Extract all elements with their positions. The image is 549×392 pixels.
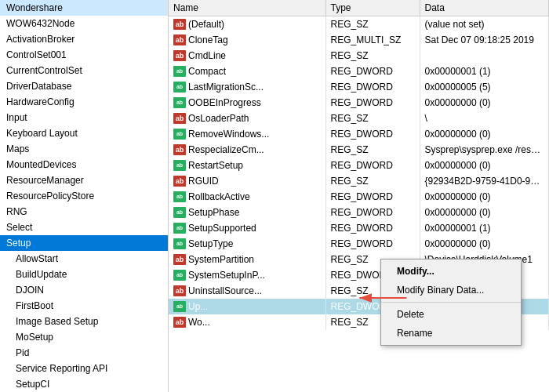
cell-name: abUp... <box>169 299 325 314</box>
table-row[interactable]: abLastMigrationSc... REG_DWORD 0x0000000… <box>169 79 549 95</box>
cell-name: ab(Default) <box>169 16 325 33</box>
cell-data: \ <box>420 111 549 126</box>
tree-item[interactable]: SetupCI <box>0 376 168 392</box>
tree-item[interactable]: FirstBoot <box>0 298 168 314</box>
table-row[interactable]: abRespecializeCm... REG_SZ Sysprep\syspr… <box>169 142 549 158</box>
dword-icon: ab <box>173 97 186 108</box>
table-row[interactable]: abOsLoaderPath REG_SZ \ <box>169 111 549 126</box>
cell-data: 0x00000000 (0) <box>420 236 549 252</box>
tree-item[interactable]: Setup <box>0 235 168 251</box>
cell-data: {92934B2D-9759-41D0-96AD-3EDC4C410146 <box>420 173 549 189</box>
context-menu-item[interactable]: Rename <box>381 324 521 343</box>
table-row[interactable]: abRemoveWindows... REG_DWORD 0x00000000 … <box>169 126 549 142</box>
cell-data: 0x00000001 (1) <box>420 220 549 236</box>
cell-type: REG_DWORD <box>325 79 420 95</box>
tree-item[interactable]: Image Based Setup <box>0 314 168 329</box>
tree-item[interactable]: BuildUpdate <box>0 267 168 282</box>
table-row[interactable]: abRollbackActive REG_DWORD 0x00000000 (0… <box>169 189 549 205</box>
table-row[interactable]: abSetupSupported REG_DWORD 0x00000001 (1… <box>169 220 549 236</box>
tree-item[interactable]: ControlSet001 <box>0 47 168 63</box>
dword-icon: ab <box>173 270 186 281</box>
dword-icon: ab <box>173 129 186 140</box>
tree-item[interactable]: DriverDatabase <box>0 78 168 94</box>
tree-item[interactable]: Select <box>0 220 168 235</box>
ab-icon: ab <box>173 317 186 328</box>
cell-name: abRemoveWindows... <box>169 126 325 142</box>
table-row[interactable]: abSetupType REG_DWORD 0x00000000 (0) <box>169 236 549 252</box>
cell-name: abRollbackActive <box>169 189 325 205</box>
dword-icon: ab <box>173 191 186 202</box>
dword-icon: ab <box>173 301 186 312</box>
cell-name: abRestartSetup <box>169 158 325 173</box>
cell-type: REG_SZ <box>325 173 420 189</box>
table-row[interactable]: abOOBEInProgress REG_DWORD 0x00000000 (0… <box>169 95 549 111</box>
table-row[interactable]: abRestartSetup REG_DWORD 0x00000000 (0) <box>169 158 549 173</box>
tree-item[interactable]: Wondershare <box>0 0 168 16</box>
ab-icon: ab <box>173 113 186 124</box>
tree-item[interactable]: RNG <box>0 204 168 220</box>
context-menu-item[interactable]: Modify Binary Data... <box>381 281 521 299</box>
cell-name: abRGUID <box>169 173 325 189</box>
cell-data: (value not set) <box>420 16 549 33</box>
dword-icon: ab <box>173 82 186 93</box>
tree-item[interactable]: HardwareConfig <box>0 94 168 110</box>
cell-data <box>420 48 549 64</box>
cell-type: REG_DWORD <box>325 126 420 142</box>
context-menu-separator <box>381 302 521 303</box>
cell-name: abCloneTag <box>169 32 325 48</box>
tree-item[interactable]: CurrentControlSet <box>0 63 168 78</box>
cell-name: abSetupSupported <box>169 220 325 236</box>
context-menu-item[interactable]: Delete <box>381 305 521 324</box>
table-row[interactable]: abCompact REG_DWORD 0x00000001 (1) <box>169 64 549 79</box>
cell-type: REG_DWORD <box>325 205 420 220</box>
cell-type: REG_DWORD <box>325 158 420 173</box>
cell-data: 0x00000005 (5) <box>420 79 549 95</box>
dword-icon: ab <box>173 160 186 171</box>
cell-type: REG_SZ <box>325 48 420 64</box>
tree-item[interactable]: Maps <box>0 141 168 157</box>
ab-icon: ab <box>173 34 186 45</box>
tree-item[interactable]: MountedDevices <box>0 157 168 172</box>
registry-tree[interactable]: WondershareWOW6432NodeActivationBrokerCo… <box>0 0 169 392</box>
tree-item[interactable]: DJOIN <box>0 282 168 298</box>
context-menu: Modify...Modify Binary Data...DeleteRena… <box>380 259 522 346</box>
tree-item[interactable]: ActivationBroker <box>0 31 168 47</box>
table-row[interactable]: ab(Default) REG_SZ (value not set) <box>169 16 549 33</box>
tree-item[interactable]: WOW6432Node <box>0 16 168 31</box>
cell-data: 0x00000001 (1) <box>420 64 549 79</box>
context-menu-item[interactable]: Modify... <box>381 262 521 281</box>
ab-icon: ab <box>173 19 186 30</box>
registry-values-panel: Name Type Data ab(Default) REG_SZ (value… <box>169 0 549 392</box>
cell-type: REG_SZ <box>325 16 420 33</box>
col-header-data: Data <box>420 0 549 16</box>
table-row[interactable]: abRGUID REG_SZ {92934B2D-9759-41D0-96AD-… <box>169 173 549 189</box>
table-row[interactable]: abCloneTag REG_MULTI_SZ Sat Dec 07 09:18… <box>169 32 549 48</box>
cell-name: abOOBEInProgress <box>169 95 325 111</box>
tree-item[interactable]: ResourcePolicyStore <box>0 188 168 204</box>
tree-item[interactable]: Keyboard Layout <box>0 125 168 141</box>
tree-item[interactable]: MoSetup <box>0 329 168 345</box>
cell-name: abSystemSetupInP... <box>169 267 325 283</box>
ab-icon: ab <box>173 176 186 187</box>
tree-item[interactable]: AllowStart <box>0 251 168 267</box>
cell-name: abOsLoaderPath <box>169 111 325 126</box>
cell-data: 0x00000000 (0) <box>420 205 549 220</box>
ab-icon: ab <box>173 144 186 155</box>
cell-name: abLastMigrationSc... <box>169 79 325 95</box>
tree-item[interactable]: Input <box>0 110 168 125</box>
cell-name: abCmdLine <box>169 48 325 64</box>
tree-item[interactable]: ResourceManager <box>0 172 168 188</box>
dword-icon: ab <box>173 223 186 234</box>
cell-type: REG_SZ <box>325 111 420 126</box>
cell-type: REG_SZ <box>325 142 420 158</box>
col-header-type: Type <box>325 0 420 16</box>
cell-type: REG_DWORD <box>325 95 420 111</box>
cell-name: abWo... <box>169 314 325 330</box>
tree-item[interactable]: Pid <box>0 345 168 361</box>
ab-icon: ab <box>173 285 186 296</box>
table-row[interactable]: abSetupPhase REG_DWORD 0x00000000 (0) <box>169 205 549 220</box>
tree-item[interactable]: Service Reporting API <box>0 361 168 376</box>
table-row[interactable]: abCmdLine REG_SZ <box>169 48 549 64</box>
cell-data: 0x00000000 (0) <box>420 158 549 173</box>
dword-icon: ab <box>173 207 186 218</box>
